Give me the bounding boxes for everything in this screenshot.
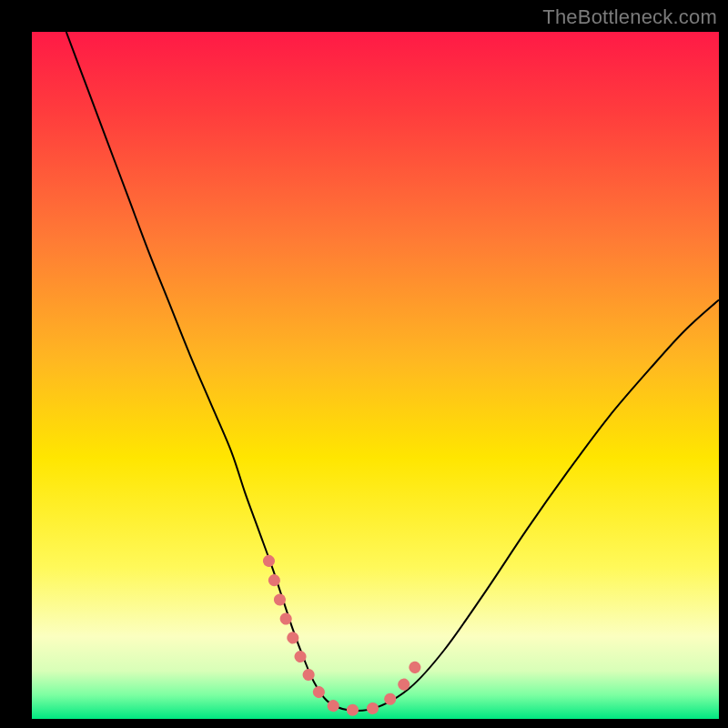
curve-layer [32, 32, 719, 719]
chart-frame: TheBottleneck.com [0, 0, 728, 728]
plot-area [32, 32, 719, 719]
trough-highlight [268, 561, 420, 710]
watermark-text: TheBottleneck.com [542, 5, 717, 29]
bottleneck-curve [66, 32, 719, 711]
